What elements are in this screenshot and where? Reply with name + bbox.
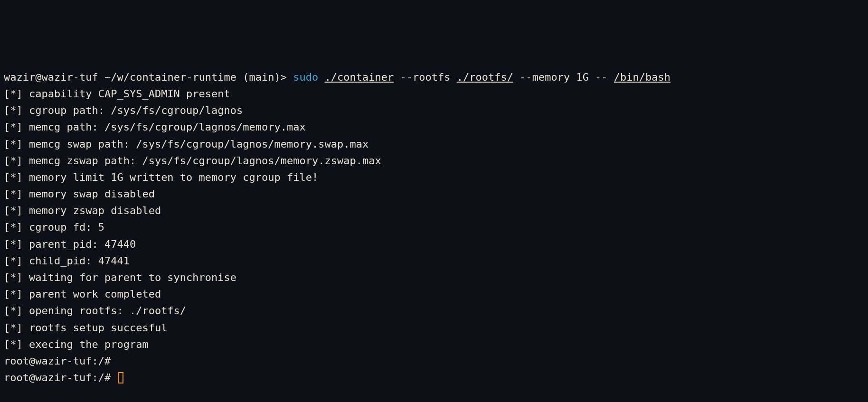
log-line: [*] memcg zswap path: /sys/fs/cgroup/lag… (4, 155, 381, 167)
log-line: [*] memcg swap path: /sys/fs/cgroup/lagn… (4, 138, 368, 150)
prompt-line: wazir@wazir-tuf ~/w/container-runtime (m… (4, 71, 670, 83)
log-line: [*] capability CAP_SYS_ADMIN present (4, 88, 230, 100)
log-line: [*] rootfs setup succesful (4, 322, 167, 334)
inner-prompt: root@wazir-tuf:/# (4, 355, 111, 367)
log-line: [*] cgroup fd: 5 (4, 221, 104, 233)
cmd-rootfs-flag: --rootfs (394, 71, 456, 83)
prompt-path: ~/w/container-runtime (98, 71, 243, 83)
cmd-bin-bash: /bin/bash (614, 71, 670, 83)
log-line: [*] waiting for parent to synchronise (4, 271, 236, 283)
prompt-host: wazir-tuf (41, 71, 98, 83)
log-line: [*] cgroup path: /sys/fs/cgroup/lagnos (4, 104, 243, 116)
cmd-container: ./container (325, 71, 394, 83)
log-line: [*] memcg path: /sys/fs/cgroup/lagnos/me… (4, 121, 306, 133)
cmd-rootfs-path: ./rootfs/ (457, 71, 513, 83)
log-line: [*] opening rootfs: ./rootfs/ (4, 305, 186, 317)
log-line: [*] memory zswap disabled (4, 205, 161, 216)
log-line: [*] child_pid: 47441 (4, 255, 130, 267)
log-line: [*] memory swap disabled (4, 188, 155, 200)
cmd-sudo: sudo (293, 71, 318, 83)
terminal-output[interactable]: wazir@wazir-tuf ~/w/container-runtime (m… (4, 69, 864, 386)
log-line: [*] execing the program (4, 338, 149, 350)
inner-prompt-active[interactable]: root@wazir-tuf:/# (4, 372, 117, 383)
cursor-icon (118, 372, 123, 383)
log-line: [*] parent work completed (4, 288, 161, 300)
prompt-at: @ (35, 71, 41, 83)
space (318, 71, 324, 83)
log-line: [*] memory limit 1G written to memory cg… (4, 171, 318, 183)
cmd-memory-flag: --memory 1G -- (513, 71, 614, 83)
prompt-user: wazir (4, 71, 35, 83)
log-line: [*] parent_pid: 47440 (4, 238, 136, 250)
prompt-sep: > (281, 71, 293, 83)
prompt-branch: (main) (243, 71, 280, 83)
